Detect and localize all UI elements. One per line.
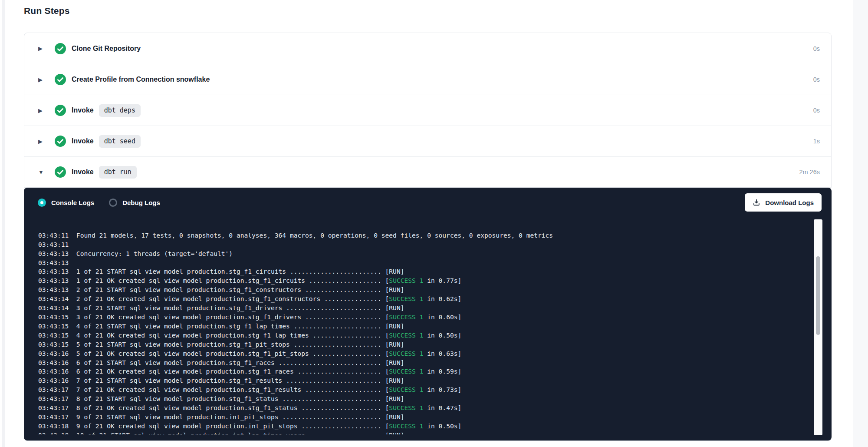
step-label: Invoke: [72, 137, 94, 145]
console-logs-radio[interactable]: Console Logs: [38, 199, 94, 207]
log-scrollbar-thumb[interactable]: [816, 256, 820, 335]
debug-logs-radio[interactable]: Debug Logs: [109, 199, 160, 207]
log-line: 03:43:17 9 of 21 START sql view model pr…: [38, 413, 810, 422]
step-duration: 2m 26s: [799, 169, 820, 175]
step-duration: 0s: [813, 76, 820, 83]
log-line: 03:43:14 3 of 21 START sql view model pr…: [38, 304, 810, 313]
log-line: 03:43:15 4 of 21 START sql view model pr…: [38, 322, 810, 331]
log-success-status: SUCCESS 1: [389, 331, 423, 339]
log-success-status: SUCCESS 1: [389, 404, 423, 411]
console-logs-label: Console Logs: [51, 199, 94, 206]
log-line: 03:43:13 1 of 21 OK created sql view mod…: [38, 276, 810, 285]
log-line: 03:43:16 6 of 21 OK created sql view mod…: [38, 367, 810, 376]
step-label: Invoke: [72, 168, 94, 176]
log-line: 03:43:17 8 of 21 START sql view model pr…: [38, 394, 810, 404]
step-row[interactable]: ▶ Create Profile from Connection snowfla…: [24, 64, 831, 95]
console-log-output: 03:43:11 Found 21 models, 17 tests, 0 sn…: [38, 217, 810, 434]
log-success-status: SUCCESS 1: [389, 313, 423, 321]
right-side-rail: [853, 0, 868, 447]
step-command-badge: dbt seed: [99, 135, 141, 148]
step-duration: 0s: [813, 45, 820, 52]
debug-logs-label: Debug Logs: [122, 199, 160, 206]
log-line: 03:43:14 2 of 21 OK created sql view mod…: [38, 295, 810, 304]
log-line: 03:43:17 8 of 21 OK created sql view mod…: [38, 404, 810, 413]
chevron-right-icon[interactable]: ▶: [38, 77, 46, 83]
log-line: 03:43:16 6 of 21 START sql view model pr…: [38, 358, 810, 368]
chevron-down-icon[interactable]: ▼: [38, 169, 46, 175]
log-line: 03:43:18 10 of 21 START sql view model p…: [38, 431, 810, 434]
log-success-status: SUCCESS 1: [389, 422, 423, 430]
log-line: 03:43:13 1 of 21 START sql view model pr…: [38, 267, 810, 276]
page-title: Run Steps: [24, 6, 70, 16]
log-success-status: SUCCESS 1: [389, 350, 423, 357]
log-line: 03:43:18 9 of 21 OK created sql view mod…: [38, 422, 810, 431]
chevron-right-icon[interactable]: ▶: [38, 46, 46, 51]
log-line: 03:43:16 5 of 21 OK created sql view mod…: [38, 349, 810, 358]
step-duration: 1s: [813, 138, 820, 145]
log-success-status: SUCCESS 1: [389, 277, 423, 284]
chevron-right-icon[interactable]: ▶: [38, 139, 46, 144]
log-panel-header: Console Logs Debug Logs Download Logs: [24, 188, 832, 217]
log-line: 03:43:13 2 of 21 START sql view model pr…: [38, 285, 810, 295]
log-success-status: SUCCESS 1: [389, 295, 423, 302]
download-icon: [753, 199, 760, 206]
step-row[interactable]: ▼ Invokedbt run2m 26s: [24, 156, 831, 187]
log-line: 03:43:11: [38, 240, 810, 249]
radio-unselected-icon: [109, 199, 117, 207]
log-panel: Console Logs Debug Logs Download Logs 03…: [24, 188, 832, 440]
download-logs-button[interactable]: Download Logs: [745, 193, 822, 212]
step-command-badge: dbt run: [99, 166, 137, 179]
log-line: 03:43:13 Concurrency: 1 threads (target=…: [38, 249, 810, 258]
step-row[interactable]: ▶ Clone Git Repository0s: [24, 33, 831, 64]
run-steps-list: ▶ Clone Git Repository0s▶ Create Profile…: [24, 33, 832, 188]
step-row[interactable]: ▶ Invokedbt seed1s: [24, 126, 831, 156]
step-row[interactable]: ▶ Invokedbt deps0s: [24, 95, 831, 126]
success-check-icon: [55, 105, 66, 116]
radio-selected-icon: [38, 199, 46, 207]
success-check-icon: [55, 43, 66, 54]
step-label: Clone Git Repository: [72, 45, 141, 53]
success-check-icon: [55, 136, 66, 147]
log-success-status: SUCCESS 1: [389, 368, 423, 375]
success-check-icon: [55, 166, 66, 178]
log-line: 03:43:15 3 of 21 OK created sql view mod…: [38, 313, 810, 322]
step-label: Invoke: [72, 106, 94, 114]
log-line: 03:43:15 5 of 21 START sql view model pr…: [38, 340, 810, 349]
log-success-status: SUCCESS 1: [389, 386, 423, 393]
step-label: Create Profile from Connection snowflake: [72, 76, 210, 83]
download-logs-label: Download Logs: [765, 199, 814, 206]
log-line: 03:43:13: [38, 258, 810, 268]
chevron-right-icon[interactable]: ▶: [38, 108, 46, 113]
log-line: 03:43:17 7 of 21 OK created sql view mod…: [38, 385, 810, 394]
success-check-icon: [55, 74, 66, 85]
log-scrollbar[interactable]: [814, 219, 822, 435]
log-line: 03:43:11 Found 21 models, 17 tests, 0 sn…: [38, 231, 810, 240]
left-scroll-gutter: [2, 0, 5, 447]
step-duration: 0s: [813, 107, 820, 114]
log-line: 03:43:15 4 of 21 OK created sql view mod…: [38, 331, 810, 340]
log-line: 03:43:16 7 of 21 START sql view model pr…: [38, 376, 810, 385]
step-command-badge: dbt deps: [99, 104, 141, 117]
